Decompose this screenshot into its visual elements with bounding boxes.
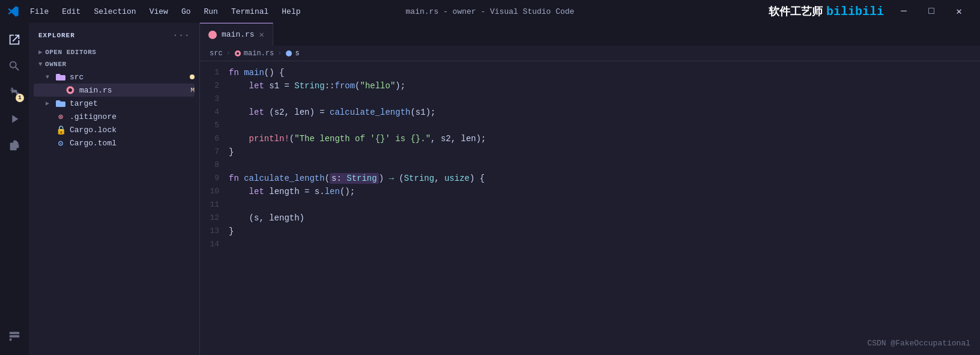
breadcrumb-sep-2: › (277, 49, 282, 58)
line-content-8 (229, 159, 980, 172)
breadcrumb-s[interactable]: s (285, 49, 299, 58)
line-content-2: let s1 = String::from("hello"); (229, 79, 980, 93)
open-editors-section[interactable]: ▶ OPEN EDITORS (34, 46, 195, 58)
activity-extensions[interactable] (2, 133, 26, 157)
file-tree: ▶ OPEN EDITORS ▼ OWNER ▼ src ▶ (29, 46, 199, 150)
menu-edit[interactable]: Edit (56, 5, 86, 19)
titlebar-menu: File Edit Selection View Go Run Terminal… (24, 5, 307, 19)
maximize-button[interactable]: □ (918, 0, 945, 23)
line-num-6: 6 (200, 132, 229, 145)
bottom-watermark: CSDN @FakeOccupational (867, 337, 970, 350)
sidebar-title: EXPLORER (38, 32, 75, 39)
code-line-13: 13 } (200, 225, 980, 238)
line-content-1: fn main() { (229, 66, 980, 79)
open-editors-label: OPEN EDITORS (45, 49, 96, 56)
line-content-13: } (229, 225, 980, 238)
line-content-4: let (s2, len) = calculate_length(s1); (229, 106, 980, 119)
svg-point-4 (68, 88, 72, 92)
toml-icon: ⚙ (55, 138, 66, 148)
code-line-14: 14 (200, 238, 980, 251)
activity-remote[interactable] (2, 324, 26, 348)
cargo-toml-label: Cargo.toml (70, 139, 195, 148)
owner-label: OWNER (45, 61, 67, 68)
code-line-12: 12 (s, length) (200, 211, 980, 225)
svg-point-6 (237, 52, 239, 55)
breadcrumb-src[interactable]: src (210, 49, 223, 58)
tree-item-cargo-toml[interactable]: ▶ ⚙ Cargo.toml (34, 136, 195, 150)
svg-rect-1 (10, 335, 20, 338)
titlebar-controls: ─ □ ✕ (890, 0, 973, 23)
menu-selection[interactable]: Selection (88, 5, 142, 19)
line-content-7: } (229, 145, 980, 159)
code-line-1: 1 fn main() { (200, 66, 980, 79)
src-folder-icon (55, 71, 66, 82)
menu-view[interactable]: View (144, 5, 174, 19)
svg-rect-2 (10, 339, 12, 341)
breadcrumb-main-rs-label: main.rs (244, 49, 274, 58)
owner-section[interactable]: ▼ OWNER (34, 58, 195, 70)
line-content-9: fn calculate_length(s: String) → (String… (229, 172, 980, 185)
menu-run[interactable]: Run (198, 5, 223, 19)
gitignore-icon: ⊗ (55, 111, 66, 122)
src-label: src (70, 73, 186, 82)
menu-go[interactable]: Go (175, 5, 197, 19)
src-arrow-icon: ▼ (46, 74, 55, 80)
tab-rust-icon (208, 31, 217, 39)
tree-item-cargo-lock[interactable]: ▶ 🔒 Cargo.lock (34, 123, 195, 136)
line-num-2: 2 (200, 79, 229, 93)
line-num-13: 13 (200, 225, 229, 238)
code-line-8: 8 (200, 159, 980, 172)
breadcrumb-main-rs[interactable]: main.rs (234, 49, 274, 58)
main-rs-modified: M (190, 86, 195, 94)
menu-terminal[interactable]: Terminal (225, 5, 274, 19)
source-control-badge: 1 (16, 94, 24, 102)
line-num-7: 7 (200, 145, 229, 159)
tree-item-target[interactable]: ▶ target (34, 97, 195, 110)
code-line-6: 6 println!("The length of '{}' is {}.", … (200, 132, 980, 145)
line-content-12: (s, length) (229, 211, 980, 225)
bilibili-logo: bilibili (826, 5, 884, 19)
line-content-5 (229, 119, 980, 132)
target-arrow-icon: ▶ (46, 100, 55, 107)
svg-rect-0 (10, 332, 20, 335)
line-num-5: 5 (200, 119, 229, 132)
line-content-6: println!("The length of '{}' is {}.", s2… (229, 132, 980, 145)
breadcrumb-s-label: s (295, 49, 299, 58)
tab-main-rs-label: main.rs (222, 30, 255, 39)
menu-help[interactable]: Help (276, 5, 306, 19)
code-line-3: 3 (200, 93, 980, 106)
code-line-11: 11 (200, 198, 980, 211)
lock-icon: 🔒 (55, 124, 66, 135)
line-num-14: 14 (200, 238, 229, 251)
breadcrumb: src › main.rs › s (200, 46, 980, 61)
breadcrumb-sep-1: › (226, 49, 231, 58)
watermark-text: 软件工艺师 (769, 4, 823, 19)
target-label: target (70, 99, 195, 108)
svg-point-7 (286, 50, 292, 56)
minimize-button[interactable]: ─ (890, 0, 918, 23)
sidebar-header: EXPLORER ··· (29, 23, 199, 46)
line-num-3: 3 (200, 93, 229, 106)
activity-run[interactable] (2, 107, 26, 131)
titlebar-title: main.rs - owner - Visual Studio Code (406, 7, 575, 16)
src-modified-badge (190, 74, 195, 79)
activity-explorer[interactable] (2, 28, 26, 52)
sidebar-more-button[interactable]: ··· (172, 30, 190, 41)
tab-close-button[interactable]: ✕ (259, 29, 264, 40)
tree-item-gitignore[interactable]: ▶ ⊗ .gitignore (34, 110, 195, 123)
code-line-4: 4 let (s2, len) = calculate_length(s1); (200, 106, 980, 119)
close-button[interactable]: ✕ (945, 0, 973, 23)
line-num-9: 9 (200, 172, 229, 185)
tree-item-src[interactable]: ▼ src (34, 70, 195, 83)
tree-item-main-rs[interactable]: ▶ main.rs M (34, 83, 195, 97)
activity-source-control[interactable]: 1 (2, 80, 26, 105)
code-line-10: 10 let length = s.len(); (200, 185, 980, 198)
activity-search[interactable] (2, 54, 26, 78)
code-line-9: 9 fn calculate_length(s: String) → (Stri… (200, 172, 980, 185)
code-line-2: 2 let s1 = String::from("hello"); (200, 79, 980, 93)
menu-file[interactable]: File (24, 5, 55, 19)
code-editor[interactable]: 1 fn main() { 2 let s1 = String::from("h… (200, 61, 980, 355)
tab-main-rs[interactable]: main.rs ✕ (200, 23, 273, 46)
gitignore-label: .gitignore (70, 112, 195, 121)
watermark: 软件工艺师 bilibili (769, 4, 884, 19)
